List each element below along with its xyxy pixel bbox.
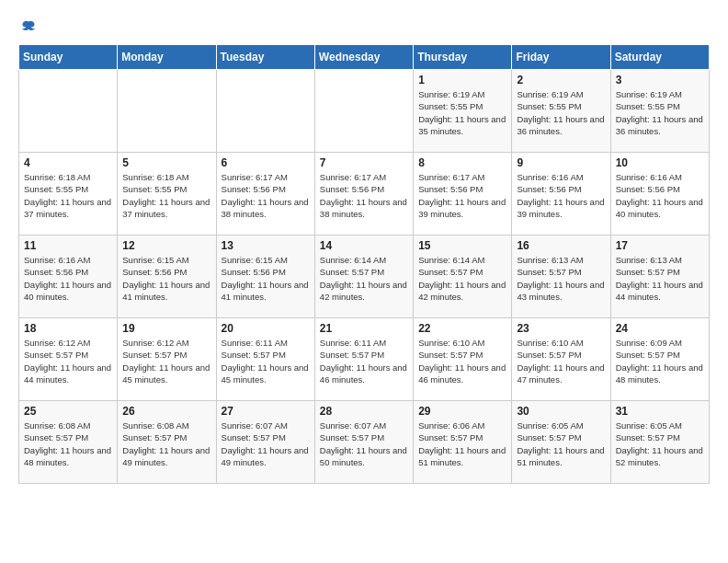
day-number: 17: [616, 239, 704, 252]
calendar-cell: 10Sunrise: 6:16 AM Sunset: 5:56 PM Dayli…: [610, 153, 709, 236]
calendar-cell: 30Sunrise: 6:05 AM Sunset: 5:57 PM Dayli…: [512, 401, 610, 484]
calendar-week-5: 25Sunrise: 6:08 AM Sunset: 5:57 PM Dayli…: [19, 401, 710, 484]
calendar-week-1: 1Sunrise: 6:19 AM Sunset: 5:55 PM Daylig…: [19, 70, 710, 153]
col-header-monday: Monday: [118, 45, 216, 70]
cell-detail: Sunrise: 6:08 AM Sunset: 5:57 PM Dayligh…: [24, 419, 112, 468]
day-number: 2: [517, 74, 605, 86]
calendar-cell: 22Sunrise: 6:10 AM Sunset: 5:57 PM Dayli…: [414, 318, 512, 401]
day-number: 22: [418, 322, 506, 335]
cell-detail: Sunrise: 6:19 AM Sunset: 5:55 PM Dayligh…: [418, 88, 506, 137]
calendar-week-2: 4Sunrise: 6:18 AM Sunset: 5:55 PM Daylig…: [19, 153, 710, 236]
cell-detail: Sunrise: 6:09 AM Sunset: 5:57 PM Dayligh…: [616, 337, 704, 385]
day-number: 9: [517, 156, 605, 169]
calendar-week-3: 11Sunrise: 6:16 AM Sunset: 5:56 PM Dayli…: [19, 236, 710, 318]
cell-detail: Sunrise: 6:10 AM Sunset: 5:57 PM Dayligh…: [517, 337, 605, 385]
col-header-friday: Friday: [512, 45, 610, 70]
cell-detail: Sunrise: 6:05 AM Sunset: 5:57 PM Dayligh…: [517, 419, 605, 468]
cell-detail: Sunrise: 6:19 AM Sunset: 5:55 PM Dayligh…: [616, 88, 704, 137]
day-number: 18: [24, 322, 112, 335]
col-header-thursday: Thursday: [414, 45, 512, 70]
day-number: 10: [616, 156, 704, 169]
day-number: 30: [517, 405, 605, 418]
calendar-cell: [216, 70, 314, 153]
cell-detail: Sunrise: 6:14 AM Sunset: 5:57 PM Dayligh…: [320, 254, 408, 303]
calendar-cell: [314, 70, 413, 153]
day-number: 23: [517, 322, 605, 335]
day-number: 24: [616, 322, 704, 335]
calendar-cell: 12Sunrise: 6:15 AM Sunset: 5:56 PM Dayli…: [118, 236, 216, 318]
calendar-cell: 15Sunrise: 6:14 AM Sunset: 5:57 PM Dayli…: [414, 236, 512, 318]
day-number: 3: [616, 74, 704, 86]
cell-detail: Sunrise: 6:19 AM Sunset: 5:55 PM Dayligh…: [517, 88, 605, 137]
logo-bird-icon: [20, 18, 37, 35]
cell-detail: Sunrise: 6:16 AM Sunset: 5:56 PM Dayligh…: [24, 254, 112, 303]
day-number: 21: [320, 322, 408, 335]
col-header-tuesday: Tuesday: [216, 45, 314, 70]
calendar-cell: 29Sunrise: 6:06 AM Sunset: 5:57 PM Dayli…: [414, 401, 512, 484]
calendar-cell: [118, 70, 216, 153]
calendar-cell: 20Sunrise: 6:11 AM Sunset: 5:57 PM Dayli…: [216, 318, 314, 401]
day-number: 11: [24, 239, 112, 252]
col-header-wednesday: Wednesday: [314, 45, 413, 70]
cell-detail: Sunrise: 6:07 AM Sunset: 5:57 PM Dayligh…: [222, 419, 310, 468]
calendar-cell: 6Sunrise: 6:17 AM Sunset: 5:56 PM Daylig…: [216, 153, 314, 236]
cell-detail: Sunrise: 6:07 AM Sunset: 5:57 PM Dayligh…: [320, 419, 408, 468]
calendar-cell: 19Sunrise: 6:12 AM Sunset: 5:57 PM Dayli…: [118, 318, 216, 401]
calendar-cell: 27Sunrise: 6:07 AM Sunset: 5:57 PM Dayli…: [216, 401, 314, 484]
cell-detail: Sunrise: 6:16 AM Sunset: 5:56 PM Dayligh…: [517, 171, 605, 220]
calendar-cell: 8Sunrise: 6:17 AM Sunset: 5:56 PM Daylig…: [414, 153, 512, 236]
day-number: 7: [320, 156, 408, 169]
calendar-cell: 2Sunrise: 6:19 AM Sunset: 5:55 PM Daylig…: [512, 70, 610, 153]
calendar-cell: 24Sunrise: 6:09 AM Sunset: 5:57 PM Dayli…: [610, 318, 709, 401]
cell-detail: Sunrise: 6:11 AM Sunset: 5:57 PM Dayligh…: [320, 337, 408, 385]
col-header-sunday: Sunday: [19, 45, 118, 70]
day-number: 16: [517, 239, 605, 252]
calendar-cell: 9Sunrise: 6:16 AM Sunset: 5:56 PM Daylig…: [512, 153, 610, 236]
cell-detail: Sunrise: 6:12 AM Sunset: 5:57 PM Dayligh…: [24, 337, 112, 385]
cell-detail: Sunrise: 6:16 AM Sunset: 5:56 PM Dayligh…: [616, 171, 704, 220]
cell-detail: Sunrise: 6:15 AM Sunset: 5:56 PM Dayligh…: [122, 254, 210, 303]
day-number: 1: [418, 74, 506, 86]
calendar-cell: 25Sunrise: 6:08 AM Sunset: 5:57 PM Dayli…: [19, 401, 118, 484]
cell-detail: Sunrise: 6:13 AM Sunset: 5:57 PM Dayligh…: [616, 254, 704, 303]
cell-detail: Sunrise: 6:17 AM Sunset: 5:56 PM Dayligh…: [418, 171, 506, 220]
day-number: 19: [122, 322, 210, 335]
day-number: 8: [418, 156, 506, 169]
calendar-cell: 3Sunrise: 6:19 AM Sunset: 5:55 PM Daylig…: [610, 70, 709, 153]
calendar-cell: 4Sunrise: 6:18 AM Sunset: 5:55 PM Daylig…: [19, 153, 118, 236]
day-number: 26: [122, 405, 210, 418]
day-number: 25: [24, 405, 112, 418]
day-number: 4: [24, 156, 112, 169]
calendar-cell: 23Sunrise: 6:10 AM Sunset: 5:57 PM Dayli…: [512, 318, 610, 401]
cell-detail: Sunrise: 6:17 AM Sunset: 5:56 PM Dayligh…: [222, 171, 310, 220]
calendar-cell: 14Sunrise: 6:14 AM Sunset: 5:57 PM Dayli…: [314, 236, 413, 318]
calendar-cell: 21Sunrise: 6:11 AM Sunset: 5:57 PM Dayli…: [314, 318, 413, 401]
logo: [18, 18, 37, 35]
calendar-cell: 18Sunrise: 6:12 AM Sunset: 5:57 PM Dayli…: [19, 318, 118, 401]
cell-detail: Sunrise: 6:14 AM Sunset: 5:57 PM Dayligh…: [418, 254, 506, 303]
calendar-cell: [19, 70, 118, 153]
day-number: 20: [222, 322, 310, 335]
cell-detail: Sunrise: 6:05 AM Sunset: 5:57 PM Dayligh…: [616, 419, 704, 468]
cell-detail: Sunrise: 6:18 AM Sunset: 5:55 PM Dayligh…: [122, 171, 210, 220]
calendar-cell: 5Sunrise: 6:18 AM Sunset: 5:55 PM Daylig…: [118, 153, 216, 236]
calendar-cell: 17Sunrise: 6:13 AM Sunset: 5:57 PM Dayli…: [610, 236, 709, 318]
calendar-cell: 31Sunrise: 6:05 AM Sunset: 5:57 PM Dayli…: [610, 401, 709, 484]
cell-detail: Sunrise: 6:06 AM Sunset: 5:57 PM Dayligh…: [418, 419, 506, 468]
calendar-cell: 16Sunrise: 6:13 AM Sunset: 5:57 PM Dayli…: [512, 236, 610, 318]
calendar-cell: 7Sunrise: 6:17 AM Sunset: 5:56 PM Daylig…: [314, 153, 413, 236]
cell-detail: Sunrise: 6:11 AM Sunset: 5:57 PM Dayligh…: [222, 337, 310, 385]
day-number: 15: [418, 239, 506, 252]
col-header-saturday: Saturday: [610, 45, 709, 70]
day-number: 28: [320, 405, 408, 418]
day-number: 13: [222, 239, 310, 252]
calendar-cell: 13Sunrise: 6:15 AM Sunset: 5:56 PM Dayli…: [216, 236, 314, 318]
calendar-week-4: 18Sunrise: 6:12 AM Sunset: 5:57 PM Dayli…: [19, 318, 710, 401]
calendar-cell: 28Sunrise: 6:07 AM Sunset: 5:57 PM Dayli…: [314, 401, 413, 484]
calendar-cell: 1Sunrise: 6:19 AM Sunset: 5:55 PM Daylig…: [414, 70, 512, 153]
calendar-cell: 11Sunrise: 6:16 AM Sunset: 5:56 PM Dayli…: [19, 236, 118, 318]
day-number: 5: [122, 156, 210, 169]
cell-detail: Sunrise: 6:17 AM Sunset: 5:56 PM Dayligh…: [320, 171, 408, 220]
page-header: [18, 18, 710, 35]
cell-detail: Sunrise: 6:13 AM Sunset: 5:57 PM Dayligh…: [517, 254, 605, 303]
